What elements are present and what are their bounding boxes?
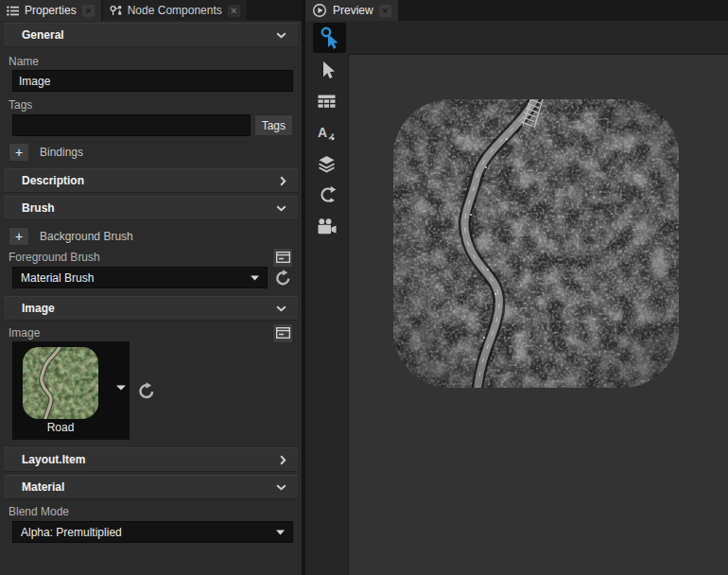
section-brush[interactable]: Brush <box>4 196 298 220</box>
tab-label: Preview <box>333 4 373 17</box>
section-material[interactable]: Material <box>4 475 298 499</box>
close-icon[interactable]: × <box>228 5 240 17</box>
connections-icon <box>318 185 337 204</box>
chevron-down-icon <box>276 32 286 39</box>
text-analyze-icon: A <box>318 124 336 141</box>
tags-input[interactable] <box>12 114 251 136</box>
add-binding-button[interactable]: + <box>9 143 29 162</box>
open-editor-button[interactable] <box>272 248 293 268</box>
tab-label: Properties <box>25 4 77 17</box>
image-thumbnail[interactable] <box>23 347 98 419</box>
dropdown-caret-icon <box>251 275 259 281</box>
right-tabbar: Preview × <box>305 0 728 21</box>
editor-window-icon <box>276 252 290 263</box>
dropdown-value: Material Brush <box>21 271 94 285</box>
revert-arrow-icon <box>137 382 155 400</box>
revert-button[interactable] <box>134 379 157 402</box>
name-input[interactable] <box>12 70 293 92</box>
bindings-row: + Bindings <box>9 143 302 162</box>
interact-tool-icon <box>318 26 342 50</box>
dropdown-value: Alpha: Premultiplied <box>21 526 122 539</box>
tab-node-components[interactable]: Node Components × <box>103 0 247 21</box>
node-components-icon <box>110 5 122 17</box>
chevron-down-icon <box>276 305 286 312</box>
tags-label: Tags <box>9 98 302 111</box>
chevron-down-icon <box>276 484 286 491</box>
section-title: Brush <box>22 201 55 215</box>
chevron-right-icon <box>280 176 286 186</box>
section-layout-item[interactable]: Layout.Item <box>4 447 298 472</box>
chevron-right-icon <box>280 455 286 465</box>
background-brush-row: + Background Brush <box>9 227 302 246</box>
bindings-label: Bindings <box>40 146 83 159</box>
section-title: Image <box>22 302 55 315</box>
properties-content: General Name Tags Tags + Bindings Descri… <box>0 21 302 575</box>
section-image[interactable]: Image <box>4 296 298 321</box>
foreground-brush-label: Foreground Brush <box>9 251 100 264</box>
text-tool[interactable]: A <box>311 119 343 146</box>
select-tool[interactable] <box>311 57 343 83</box>
layers-icon <box>318 155 336 173</box>
camera-icon <box>318 218 337 235</box>
section-title: General <box>22 28 64 42</box>
layers-tool[interactable] <box>311 150 343 177</box>
image-resource-picker[interactable]: Road <box>12 341 130 440</box>
blend-mode-dropdown[interactable]: Alpha: Premultiplied <box>12 521 293 543</box>
tags-button[interactable]: Tags <box>254 114 293 136</box>
preview-toolbar <box>305 21 728 54</box>
properties-panel: Properties × Node Components × <box>0 0 302 575</box>
name-label: Name <box>9 55 302 67</box>
image-label: Image <box>9 326 40 340</box>
preview-rendered-image[interactable] <box>393 99 679 388</box>
close-icon[interactable]: × <box>379 5 391 17</box>
section-title: Material <box>22 480 64 494</box>
preview-panel: Preview × <box>305 0 728 575</box>
svg-text:A: A <box>318 125 327 140</box>
interact-tool[interactable] <box>313 23 346 53</box>
revert-button[interactable] <box>272 268 293 288</box>
section-general[interactable]: General <box>4 23 298 47</box>
dropdown-caret-icon[interactable] <box>116 385 126 391</box>
foreground-brush-dropdown[interactable]: Material Brush <box>12 267 268 288</box>
add-background-brush-button[interactable]: + <box>9 227 29 246</box>
preview-body: A <box>305 54 728 575</box>
application-window: Properties × Node Components × <box>0 0 728 575</box>
close-icon[interactable]: × <box>82 5 95 17</box>
list-icon <box>7 6 19 16</box>
dropdown-caret-icon <box>276 530 285 535</box>
open-editor-button[interactable] <box>272 323 293 343</box>
tab-properties[interactable]: Properties × <box>0 0 101 21</box>
section-title: Layout.Item <box>22 453 85 466</box>
tab-label: Node Components <box>128 4 222 17</box>
grid-tool[interactable] <box>311 88 343 114</box>
section-title: Description <box>22 174 84 187</box>
left-tabbar: Properties × Node Components × <box>0 0 302 21</box>
chevron-down-icon <box>276 205 286 212</box>
preview-tool-column: A <box>305 54 349 575</box>
select-arrow-icon <box>318 61 336 79</box>
play-circle-icon <box>312 3 327 18</box>
editor-window-icon <box>276 327 290 339</box>
blend-mode-label: Blend Mode <box>9 505 302 517</box>
connections-tool[interactable] <box>311 182 343 208</box>
tab-preview[interactable]: Preview × <box>305 0 398 21</box>
revert-arrow-icon <box>274 270 291 287</box>
background-brush-label: Background Brush <box>40 230 133 243</box>
grid-table-icon <box>318 95 336 109</box>
section-description[interactable]: Description <box>4 168 298 193</box>
preview-canvas[interactable] <box>349 54 728 575</box>
image-resource-name: Road <box>23 421 98 434</box>
camera-tool[interactable] <box>311 213 343 239</box>
